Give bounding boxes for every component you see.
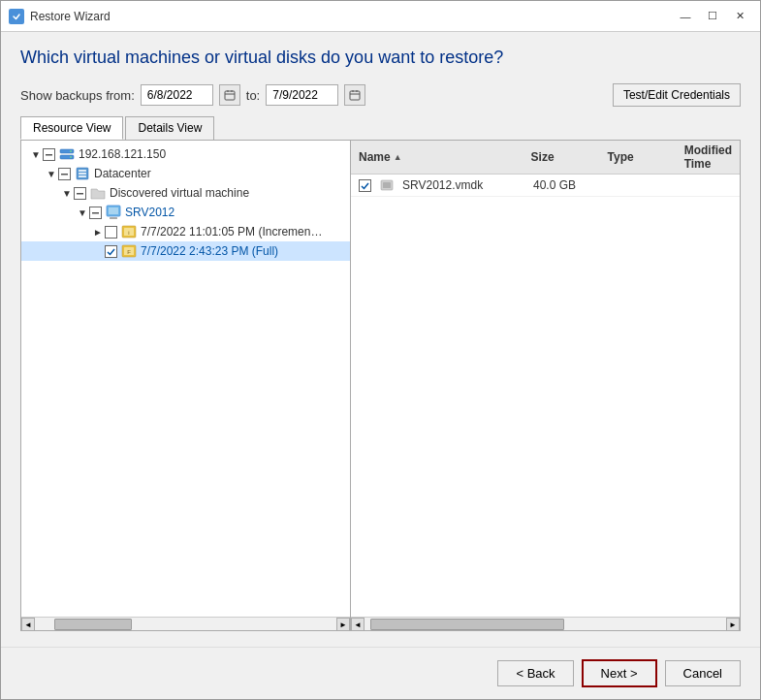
backup-incr-label: 7/7/2022 11:01:05 PM (Incremen… [141,225,322,239]
window-controls: — ☐ ✕ [673,7,752,26]
checkbox-discovered[interactable] [74,187,86,200]
tab-resource-view[interactable]: Resource View [20,116,123,140]
tree-item-datacenter[interactable]: ▼ Datacenter [21,164,350,183]
back-button[interactable]: < Back [497,660,573,686]
restore-wizard-window: Restore Wizard — ☐ ✕ Which virtual machi… [0,0,761,700]
svg-rect-17 [79,173,86,175]
checkbox-incr[interactable] [105,226,117,239]
window-icon [9,9,24,24]
svg-text:F: F [127,249,131,255]
file-size-cell: 40.0 GB [525,178,603,192]
vm-icon [106,205,121,220]
svg-rect-19 [77,193,83,195]
disk-icon [379,177,395,193]
show-backups-label: Show backups from: [20,88,135,103]
backup-full-icon: F [121,243,137,259]
expand-full-icon[interactable] [91,246,105,257]
svg-rect-14 [61,174,68,175]
expand-srv2012-icon[interactable]: ▼ [76,207,89,218]
server-label: 192.168.121.150 [79,147,166,161]
svg-rect-18 [79,175,86,177]
table-row[interactable]: SRV2012.vmdk 40.0 GB [351,175,740,197]
to-calendar-button[interactable] [344,84,365,106]
expand-incr-icon[interactable]: ► [91,227,105,238]
next-button[interactable]: Next > [582,659,657,687]
tree-panel: ▼ 192.168.121.150 [21,141,351,630]
svg-rect-5 [350,91,360,100]
srv2012-label: SRV2012 [125,206,174,219]
from-date-input[interactable] [141,84,213,106]
svg-rect-20 [92,212,99,214]
file-checkbox[interactable] [359,179,371,192]
detail-panel: Name ▲ Size Type Modified Time [351,141,740,630]
content-area: Which virtual machines or virtual disks … [1,32,760,647]
discovered-folder-icon [90,185,106,201]
from-calendar-button[interactable] [219,84,240,106]
svg-point-12 [70,150,72,152]
checkbox-full[interactable] [105,245,117,258]
tree-item-srv2012[interactable]: ▼ SRV2012 [21,203,350,222]
file-name-cell: SRV2012.vmdk [351,177,525,193]
detail-header: Name ▲ Size Type Modified Time [351,141,740,175]
tree-item-backup-full[interactable]: F 7/7/2022 2:43:23 PM (Full) [21,241,350,261]
cancel-button[interactable]: Cancel [665,660,741,686]
svg-rect-23 [110,217,117,219]
maximize-button[interactable]: ☐ [700,7,725,26]
to-date-input[interactable] [266,84,338,106]
discovered-label: Discovered virtual machine [110,186,249,200]
svg-rect-0 [11,11,22,22]
backup-full-label: 7/7/2022 2:43:23 PM (Full) [141,244,278,258]
type-column-header[interactable]: Type [600,143,677,171]
name-sort-icon: ▲ [394,152,402,162]
detail-content: SRV2012.vmdk 40.0 GB [351,175,740,617]
svg-rect-9 [46,154,52,156]
minimize-button[interactable]: — [673,7,698,26]
svg-text:i: i [128,230,129,236]
name-column-header[interactable]: Name ▲ [351,143,523,171]
expand-datacenter-icon[interactable]: ▼ [45,169,58,179]
tab-details-view[interactable]: Details View [125,116,214,140]
main-panel: ▼ 192.168.121.150 [20,140,741,631]
filter-row: Show backups from: to: [20,83,741,107]
svg-rect-16 [79,170,86,172]
svg-point-13 [70,156,72,158]
svg-rect-31 [383,182,391,188]
page-title: Which virtual machines or virtual disks … [20,48,741,68]
server-icon [59,146,75,162]
tree-item-server[interactable]: ▼ 192.168.121.150 [21,144,350,164]
tree-scrollbar[interactable]: ◄ ► [21,617,350,630]
backup-incr-icon: i [121,224,137,239]
checkbox-server[interactable] [43,148,55,161]
svg-rect-1 [225,91,235,100]
datacenter-label: Datacenter [94,167,151,180]
tree-content[interactable]: ▼ 192.168.121.150 [21,141,350,617]
datacenter-icon [75,166,90,181]
to-label: to: [246,88,260,103]
checkbox-datacenter[interactable] [58,168,71,180]
footer: < Back Next > Cancel [1,647,760,699]
expand-discovered-icon[interactable]: ▼ [60,188,74,199]
modified-column-header[interactable]: Modified Time [677,143,740,171]
close-button[interactable]: ✕ [727,7,752,26]
tree-item-backup-incr[interactable]: ► i 7/7/2022 11:01:05 PM (Incremen… [21,222,350,241]
title-bar: Restore Wizard — ☐ ✕ [1,1,760,32]
tree-item-discovered[interactable]: ▼ Discovered virtual machine [21,183,350,203]
detail-scrollbar[interactable]: ◄ ► [351,617,740,630]
expand-server-icon[interactable]: ▼ [29,149,43,160]
size-column-header[interactable]: Size [523,143,600,171]
window-title: Restore Wizard [30,10,673,23]
checkbox-srv2012[interactable] [89,207,102,219]
tabs-row: Resource View Details View [20,116,741,140]
credentials-button[interactable]: Test/Edit Credentials [613,83,741,107]
svg-rect-22 [109,207,118,214]
